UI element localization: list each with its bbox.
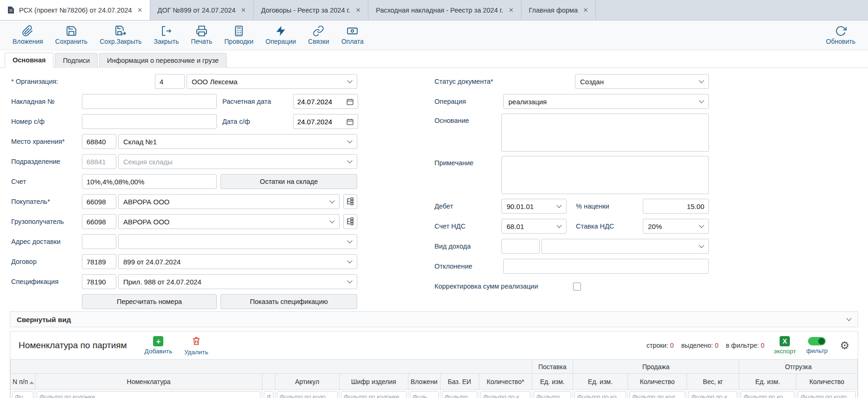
income-type-code-input[interactable] [501, 239, 540, 254]
show-specification-button[interactable]: Показать спецификацию [220, 294, 357, 309]
sf-number-input[interactable] [82, 114, 217, 129]
close-icon[interactable]: × [356, 6, 361, 14]
filter-toggle[interactable]: фильтр [806, 337, 828, 354]
postings-button[interactable]: Проводки [218, 23, 260, 47]
col-attachments[interactable]: Вложени [408, 374, 440, 390]
attachments-button[interactable]: Вложения [7, 23, 49, 47]
stock-remainders-button[interactable]: Остатки на складе [220, 174, 357, 189]
col-ship-unit[interactable]: Ед. изм. [739, 374, 796, 390]
buyer-tree-button[interactable] [343, 194, 357, 209]
organization-code-input[interactable] [155, 74, 185, 89]
main-toolbar: Вложения Сохранить Сохр.Закрыть Закрыть … [0, 20, 868, 50]
filter-input-quantity[interactable] [481, 391, 531, 398]
filter-input-ship-unit[interactable] [741, 391, 795, 398]
save-close-button[interactable]: Сохр.Закрыть [93, 23, 147, 47]
account-input[interactable] [82, 174, 217, 189]
contract-code-input[interactable] [82, 254, 116, 269]
deviation-input[interactable] [503, 259, 709, 274]
storage-code-input[interactable] [82, 134, 116, 149]
sf-date-input[interactable] [293, 114, 358, 129]
note-textarea[interactable] [501, 156, 709, 194]
filter-input-sale-quantity[interactable] [629, 391, 685, 398]
col-sale-quantity[interactable]: Количество [628, 374, 687, 390]
tab-invoice-registry[interactable]: Расходная накладная - Реестр за 2024 г. … [368, 0, 521, 20]
chevron-down-icon[interactable] [846, 316, 851, 321]
tab-rsx-document[interactable]: РСХ (проект №78206) от 24.07.2024 × [0, 0, 150, 20]
col-flag[interactable] [262, 374, 275, 390]
col-nomenclature[interactable]: Номенклатура [35, 374, 262, 390]
department-code-input[interactable] [82, 154, 116, 169]
filter-input-nomenclature[interactable] [37, 391, 261, 398]
correction-checkbox[interactable] [573, 283, 581, 290]
col-num[interactable]: N п/п [11, 374, 35, 390]
operation-select[interactable]: реализация [503, 94, 709, 109]
filter-input-product-code[interactable] [341, 391, 407, 398]
filter-input-weight[interactable] [688, 391, 738, 398]
filter-input-ship-quantity[interactable] [798, 391, 856, 398]
toggle-on-icon[interactable] [808, 337, 826, 345]
col-ship-quantity[interactable]: Количество [796, 374, 858, 390]
delete-row-button[interactable]: Удалить [184, 336, 208, 356]
chevron-down-icon [329, 218, 334, 223]
delivery-address-code-input[interactable] [82, 234, 116, 249]
print-button[interactable]: Печать [185, 23, 218, 47]
consignee-code-input[interactable] [82, 214, 116, 229]
buyer-code-input[interactable] [82, 194, 116, 209]
links-button[interactable]: Связки [302, 23, 335, 47]
recalc-numbers-button[interactable]: Пересчитать номера [82, 294, 217, 309]
sf-number-row: Номер с/ф Дата с/ф [11, 114, 357, 129]
tab-contracts-registry[interactable]: Договоры - Реестр за 2024 г. × [254, 0, 368, 20]
save-button[interactable]: Сохранить [49, 23, 94, 47]
close-icon[interactable]: × [138, 6, 142, 14]
col-article[interactable]: Артикул [275, 374, 339, 390]
close-button[interactable]: Закрыть [148, 23, 185, 47]
basis-textarea[interactable] [501, 114, 709, 152]
subtab-signatures[interactable]: Подписи [55, 53, 98, 68]
col-base-unit[interactable]: Баз. ЕИ [440, 374, 479, 390]
department-select[interactable]: Секция склады [118, 154, 357, 169]
col-product-code[interactable]: Шифр изделия [339, 374, 408, 390]
refresh-button[interactable]: Обновить [820, 23, 861, 47]
collapsed-view-bar[interactable]: Свернутый вид [10, 311, 858, 327]
storage-select[interactable]: Склад №1 [118, 134, 357, 149]
vat-rate-select[interactable]: 20% [643, 219, 709, 234]
filter-input-flag[interactable] [264, 391, 273, 398]
specification-select[interactable]: Прил. 988 от 24.07.2024 [118, 274, 357, 289]
excel-export-button[interactable]: X экспорт [774, 336, 796, 355]
delivery-address-select[interactable] [118, 234, 357, 249]
markup-input[interactable] [643, 199, 709, 214]
consignee-tree-button[interactable] [343, 214, 357, 229]
filter-input-sale-unit[interactable] [574, 391, 627, 398]
add-row-button[interactable]: + Добавить [145, 336, 173, 355]
filter-input-supply-unit[interactable] [534, 391, 571, 398]
calc-date-input[interactable] [293, 94, 358, 109]
filter-input-base-unit[interactable] [442, 391, 477, 398]
invoice-number-input[interactable] [82, 94, 217, 109]
consignee-select[interactable]: АВРОРА ООО [118, 214, 340, 229]
filter-input-attachments[interactable] [410, 391, 439, 398]
col-weight[interactable]: Вес, кг [687, 374, 739, 390]
contract-select[interactable]: 899 от 24.07.2024 [118, 254, 357, 269]
buyer-select[interactable]: АВРОРА ООО [118, 194, 340, 209]
status-select[interactable]: Создан [575, 74, 709, 89]
specification-code-input[interactable] [82, 274, 116, 289]
vat-account-select[interactable]: 68.01 [501, 219, 567, 234]
close-icon[interactable]: × [509, 6, 514, 14]
income-type-select[interactable] [541, 239, 709, 254]
subtab-carrier-info[interactable]: Информация о перевозчике и грузе [99, 53, 227, 68]
col-supply-unit[interactable]: Ед. изм. [532, 374, 573, 390]
tab-dog-document[interactable]: ДОГ №899 от 24.07.2024 × [150, 0, 254, 20]
close-icon[interactable]: × [241, 6, 246, 14]
operations-button[interactable]: Операции [260, 23, 302, 47]
subtab-main[interactable]: Основная [5, 53, 53, 68]
filter-input-num[interactable] [12, 391, 33, 398]
col-quantity[interactable]: Количество* [479, 374, 532, 390]
organization-select[interactable]: ООО Лексема [187, 74, 357, 89]
tab-main-form[interactable]: Главная форма × [521, 0, 596, 20]
col-sale-unit[interactable]: Ед. изм. [573, 374, 628, 390]
close-icon[interactable]: × [583, 6, 588, 14]
filter-input-article[interactable] [277, 391, 338, 398]
payment-button[interactable]: Оплата [335, 23, 370, 47]
gear-icon[interactable]: ⚙ [840, 340, 849, 351]
debit-select[interactable]: 90.01.01 [501, 199, 567, 214]
